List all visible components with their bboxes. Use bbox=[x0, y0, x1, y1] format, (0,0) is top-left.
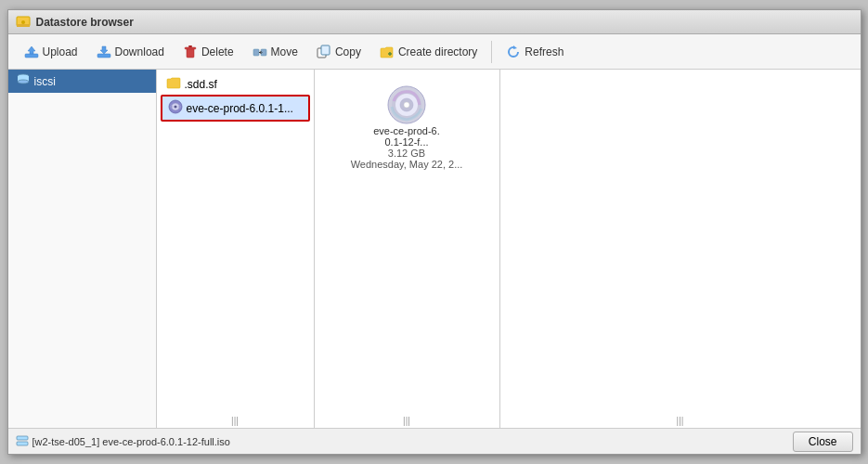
download-icon bbox=[97, 45, 111, 59]
svg-point-2 bbox=[21, 20, 25, 24]
move-icon bbox=[253, 45, 267, 59]
file-icon bbox=[168, 99, 183, 117]
iso-thumbnail[interactable]: eve-ce-prod-6.0.1-12-f... 3.12 GB Wednes… bbox=[322, 77, 492, 177]
file-panel-2: eve-ce-prod-6.0.1-12-f... 3.12 GB Wednes… bbox=[315, 70, 500, 428]
svg-rect-1 bbox=[17, 24, 30, 27]
svg-point-28 bbox=[404, 102, 409, 108]
svg-rect-8 bbox=[185, 47, 196, 49]
svg-rect-5 bbox=[97, 54, 110, 58]
datastore-browser-window: Datastore browser Upload Download bbox=[7, 9, 862, 455]
datastore-status-icon bbox=[16, 434, 29, 449]
svg-rect-7 bbox=[187, 48, 194, 58]
move-button[interactable]: Move bbox=[244, 40, 306, 64]
svg-rect-13 bbox=[321, 45, 330, 55]
cd-icon bbox=[386, 84, 427, 125]
svg-marker-4 bbox=[28, 46, 35, 54]
refresh-button[interactable]: Refresh bbox=[498, 40, 572, 64]
iso-file-size: 3.12 GB bbox=[388, 148, 425, 159]
folder-sdd-label: .sdd.sf bbox=[185, 78, 217, 91]
file-panel-1: .sdd.sf eve-ce-prod-6.0.1-1... bbox=[157, 70, 315, 428]
status-file-path: [w2-tse-d05_1] eve-ce-prod-6.0.1-12-full… bbox=[32, 436, 230, 447]
title-bar: Datastore browser bbox=[8, 10, 861, 34]
panel-3-resize: ||| bbox=[500, 409, 861, 428]
create-directory-icon bbox=[380, 45, 395, 59]
iso-file-name: eve-ce-prod-6.0.1-12-f... bbox=[369, 125, 444, 148]
panel-1-resize: ||| bbox=[157, 409, 314, 428]
upload-label: Upload bbox=[43, 45, 78, 58]
toolbar-separator bbox=[491, 41, 492, 63]
svg-rect-3 bbox=[25, 54, 38, 58]
datastore-icon bbox=[16, 73, 31, 89]
svg-rect-29 bbox=[17, 436, 28, 440]
copy-label: Copy bbox=[335, 45, 361, 58]
content-area: iscsi .sdd.sf bbox=[8, 70, 861, 428]
svg-rect-9 bbox=[188, 45, 192, 47]
copy-icon bbox=[317, 45, 331, 59]
download-button[interactable]: Download bbox=[88, 40, 173, 64]
iso-file-date: Wednesday, May 22, 2... bbox=[351, 159, 463, 170]
delete-icon bbox=[183, 45, 198, 59]
status-bar: [w2-tse-d05_1] eve-ce-prod-6.0.1-12-full… bbox=[8, 428, 861, 454]
create-directory-label: Create directory bbox=[398, 45, 477, 58]
delete-button[interactable]: Delete bbox=[175, 40, 242, 64]
svg-rect-30 bbox=[17, 442, 28, 445]
folder-sdd[interactable]: .sdd.sf bbox=[161, 73, 310, 95]
svg-marker-6 bbox=[100, 46, 108, 54]
toolbar: Upload Download Delete bbox=[8, 34, 861, 70]
file-panels: .sdd.sf eve-ce-prod-6.0.1-1... bbox=[157, 70, 861, 428]
panel-3-content bbox=[500, 70, 861, 409]
file-eve-selected[interactable]: eve-ce-prod-6.0.1-1... bbox=[161, 95, 310, 122]
download-label: Download bbox=[115, 45, 164, 58]
upload-button[interactable]: Upload bbox=[16, 40, 86, 64]
svg-rect-10 bbox=[253, 49, 259, 56]
panel-2-content: eve-ce-prod-6.0.1-12-f... 3.12 GB Wednes… bbox=[315, 70, 499, 409]
tree-item-iscsi-label: iscsi bbox=[34, 75, 56, 88]
svg-point-19 bbox=[18, 80, 29, 84]
status-text-area: [w2-tse-d05_1] eve-ce-prod-6.0.1-12-full… bbox=[16, 434, 230, 449]
upload-icon bbox=[24, 45, 39, 59]
tree-item-iscsi[interactable]: iscsi bbox=[8, 70, 156, 93]
folder-icon bbox=[166, 76, 181, 92]
svg-marker-16 bbox=[513, 45, 517, 49]
panel-1-content: .sdd.sf eve-ce-prod-6.0.1-1... bbox=[157, 70, 314, 409]
window-title: Datastore browser bbox=[36, 16, 134, 29]
refresh-label: Refresh bbox=[525, 45, 564, 58]
copy-button[interactable]: Copy bbox=[308, 40, 369, 64]
panel-2-resize: ||| bbox=[315, 409, 499, 428]
create-directory-button[interactable]: Create directory bbox=[371, 40, 486, 64]
delete-label: Delete bbox=[201, 45, 234, 58]
window-icon bbox=[16, 15, 31, 30]
file-panel-3: ||| bbox=[500, 70, 861, 428]
close-button[interactable]: Close bbox=[793, 432, 853, 452]
svg-point-22 bbox=[174, 106, 176, 109]
file-eve-selected-label: eve-ce-prod-6.0.1-1... bbox=[187, 102, 293, 115]
move-label: Move bbox=[271, 45, 298, 58]
refresh-icon bbox=[506, 45, 521, 59]
left-panel: iscsi bbox=[8, 70, 157, 428]
